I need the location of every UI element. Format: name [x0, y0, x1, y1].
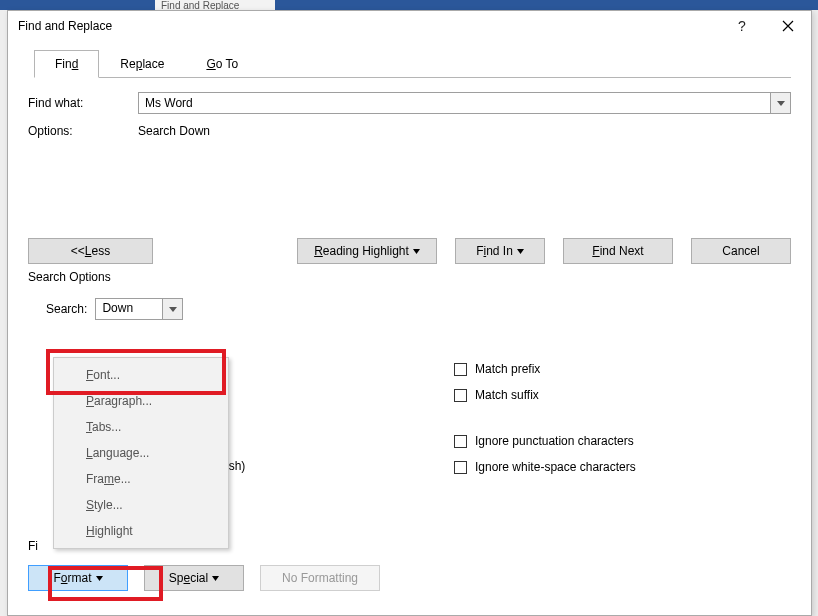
cancel-button[interactable]: Cancel	[691, 238, 791, 264]
special-button[interactable]: Special	[144, 565, 244, 591]
tab-strip: Find Replace Go To	[34, 49, 791, 78]
match-suffix-row[interactable]: Match suffix	[454, 388, 540, 402]
match-prefix-row[interactable]: Match prefix	[454, 362, 540, 376]
match-prefix-label: Match prefix	[475, 362, 540, 376]
tab-goto[interactable]: Go To	[185, 50, 259, 78]
find-what-dropdown[interactable]	[770, 93, 790, 113]
search-direction-dropdown[interactable]	[162, 299, 182, 319]
no-formatting-button: No Formatting	[260, 565, 380, 591]
options-label: Options:	[28, 124, 138, 138]
less-button[interactable]: << Less	[28, 238, 153, 264]
match-suffix-label: Match suffix	[475, 388, 539, 402]
reading-highlight-button[interactable]: Reading Highlight	[297, 238, 437, 264]
ignore-punctuation-row[interactable]: Ignore punctuation characters	[454, 434, 636, 448]
menu-item-highlight[interactable]: Highlight	[54, 518, 228, 544]
tab-find[interactable]: Find	[34, 50, 99, 78]
chevron-down-icon	[777, 101, 785, 106]
format-button[interactable]: Format	[28, 565, 128, 591]
app-ribbon-fragment	[0, 0, 818, 10]
help-button[interactable]: ?	[719, 11, 765, 41]
background-tab: Find and Replace	[155, 0, 275, 10]
ignore-whitespace-checkbox[interactable]	[454, 461, 467, 474]
menu-item-style[interactable]: Style...	[54, 492, 228, 518]
format-menu: Font... Paragraph... Tabs... Language...…	[53, 357, 229, 549]
search-direction-value: Down	[96, 299, 162, 319]
dropdown-triangle-icon	[96, 571, 103, 585]
match-prefix-checkbox[interactable]	[454, 363, 467, 376]
ignore-punctuation-checkbox[interactable]	[454, 435, 467, 448]
find-what-label: Find what:	[28, 96, 138, 110]
chevron-down-icon	[169, 307, 177, 312]
match-suffix-checkbox[interactable]	[454, 389, 467, 402]
find-next-button[interactable]: Find Next	[563, 238, 673, 264]
search-options-label: Search Options	[28, 270, 791, 284]
ignore-whitespace-label: Ignore white-space characters	[475, 460, 636, 474]
menu-item-paragraph[interactable]: Paragraph...	[54, 388, 228, 414]
dropdown-triangle-icon	[413, 244, 420, 258]
menu-item-font[interactable]: Font...	[54, 362, 228, 388]
dropdown-triangle-icon	[212, 571, 219, 585]
dialog-title: Find and Replace	[18, 19, 719, 33]
tab-replace[interactable]: Replace	[99, 50, 185, 78]
options-value: Search Down	[138, 124, 210, 138]
find-what-combo[interactable]	[138, 92, 791, 114]
find-replace-dialog: Find and Replace ? Find Replace Go To Fi…	[7, 10, 812, 616]
ignore-whitespace-row[interactable]: Ignore white-space characters	[454, 460, 636, 474]
menu-item-frame[interactable]: Frame...	[54, 466, 228, 492]
find-in-button[interactable]: Find In	[455, 238, 545, 264]
close-button[interactable]	[765, 11, 811, 41]
titlebar: Find and Replace ?	[8, 11, 811, 41]
menu-item-language[interactable]: Language...	[54, 440, 228, 466]
dropdown-triangle-icon	[517, 244, 524, 258]
search-direction-label: Search:	[46, 302, 87, 316]
ignore-punctuation-label: Ignore punctuation characters	[475, 434, 634, 448]
find-what-input[interactable]	[139, 93, 770, 113]
search-direction-select[interactable]: Down	[95, 298, 183, 320]
menu-item-tabs[interactable]: Tabs...	[54, 414, 228, 440]
